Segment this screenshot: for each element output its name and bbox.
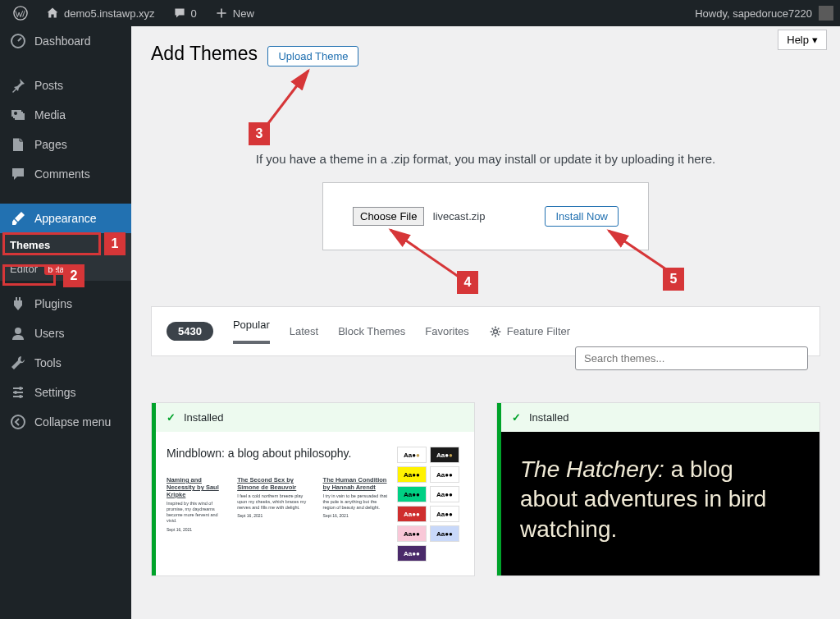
file-name: livecast.zip — [433, 210, 486, 222]
comment-icon — [10, 166, 26, 182]
svg-point-7 — [11, 415, 25, 429]
sidebar-posts[interactable]: Posts — [0, 71, 131, 100]
gear-icon — [489, 325, 502, 338]
search-input[interactable] — [575, 346, 808, 370]
sidebar-item-label: Plugins — [34, 297, 72, 310]
filter-latest[interactable]: Latest — [290, 325, 318, 337]
svg-point-3 — [15, 328, 21, 334]
sidebar-item-label: Comments — [34, 167, 90, 181]
filter-favorites[interactable]: Favorites — [425, 325, 468, 337]
theme-preview-title: The Hatchery: a blog about adventures in… — [497, 432, 819, 567]
comment-icon — [173, 7, 186, 20]
avatar[interactable] — [819, 6, 833, 21]
upload-intro: If you have a theme in a .zip format, yo… — [151, 152, 820, 166]
sidebar-item-label: Media — [34, 108, 66, 122]
brush-icon — [10, 210, 26, 227]
annotation-number: 4 — [457, 271, 478, 294]
install-now-button[interactable]: Install Now — [545, 206, 619, 227]
sidebar-users[interactable]: Users — [0, 319, 131, 348]
wordpress-icon — [13, 6, 28, 21]
svg-point-2 — [14, 112, 17, 115]
theme-preview-title: Mindblown: a blog about philosophy. — [167, 447, 389, 460]
check-icon: ✓ — [167, 411, 176, 424]
sidebar-item-label: Pages — [34, 138, 67, 151]
site-name: demo5.instawp.xyz — [64, 7, 155, 20]
sidebar-plugins[interactable]: Plugins — [0, 289, 131, 319]
themes-row: ✓ Installed Mindblown: a blog about phil… — [151, 402, 820, 576]
check-icon: ✓ — [512, 411, 521, 424]
sidebar-settings[interactable]: Settings — [0, 378, 131, 407]
admin-toolbar: demo5.instawp.xyz 0 New Howdy, sapedoruc… — [0, 0, 840, 26]
page-icon — [10, 136, 26, 153]
admin-sidebar: Dashboard Posts Media Pages Comments App… — [0, 26, 131, 619]
svg-point-4 — [19, 387, 22, 390]
filter-bar: 5430 Popular Latest Block Themes Favorit… — [151, 306, 820, 356]
svg-point-8 — [493, 329, 497, 333]
feature-filter[interactable]: Feature Filter — [489, 325, 570, 338]
pin-icon — [10, 77, 26, 94]
wrench-icon — [10, 355, 26, 371]
sidebar-dashboard[interactable]: Dashboard — [0, 26, 131, 56]
new-link[interactable]: New — [208, 7, 261, 20]
theme-count: 5430 — [167, 322, 213, 341]
user-icon — [10, 325, 26, 342]
sidebar-item-label: Tools — [34, 356, 62, 369]
sidebar-item-label: Users — [34, 327, 65, 340]
installed-badge: ✓ Installed — [152, 403, 474, 432]
new-label: New — [233, 7, 254, 20]
sidebar-item-label: Dashboard — [34, 34, 91, 48]
color-swatches: Aa●●Aa●● Aa●●Aa●● Aa●●Aa●● Aa●●Aa●● Aa●●… — [397, 447, 459, 562]
sidebar-item-label: Appearance — [34, 212, 97, 225]
upload-box: Choose File livecast.zip Install Now — [322, 182, 649, 250]
svg-point-6 — [19, 395, 22, 398]
annotation-number: 2 — [63, 264, 84, 287]
chevron-down-icon: ▾ — [812, 34, 818, 46]
plugin-icon — [10, 296, 26, 312]
site-link[interactable]: demo5.instawp.xyz — [39, 7, 162, 20]
collapse-icon — [10, 414, 26, 430]
sidebar-comments[interactable]: Comments — [0, 159, 131, 189]
sidebar-tools[interactable]: Tools — [0, 348, 131, 378]
annotation-number: 3 — [249, 122, 270, 145]
svg-point-5 — [14, 391, 17, 394]
main-content: Help ▾ Add Themes Upload Theme If you ha… — [131, 26, 840, 619]
wp-logo[interactable] — [7, 6, 34, 21]
home-icon — [46, 7, 59, 20]
howdy-text[interactable]: Howdy, sapedoruce7220 — [695, 7, 812, 20]
comments-count: 0 — [191, 7, 197, 20]
plus-icon — [215, 7, 228, 20]
dashboard-icon — [10, 33, 26, 49]
installed-badge: ✓ Installed — [497, 403, 819, 432]
settings-icon — [10, 384, 26, 401]
sidebar-collapse[interactable]: Collapse menu — [0, 407, 131, 437]
comments-link[interactable]: 0 — [167, 7, 203, 20]
page-title: Add Themes — [151, 43, 258, 65]
sidebar-item-label: Settings — [34, 386, 76, 399]
sidebar-appearance[interactable]: Appearance — [0, 204, 131, 233]
help-button[interactable]: Help ▾ — [778, 30, 827, 50]
sidebar-item-label: Posts — [34, 79, 63, 92]
annotation-number: 1 — [104, 232, 126, 255]
sidebar-media[interactable]: Media — [0, 100, 131, 130]
choose-file-button[interactable]: Choose File — [353, 207, 424, 226]
filter-block[interactable]: Block Themes — [338, 325, 405, 337]
theme-card[interactable]: ✓ Installed Mindblown: a blog about phil… — [151, 402, 475, 576]
sidebar-item-label: Collapse menu — [34, 415, 111, 429]
sidebar-pages[interactable]: Pages — [0, 130, 131, 159]
upload-theme-button[interactable]: Upload Theme — [267, 46, 358, 66]
filter-popular[interactable]: Popular — [233, 319, 270, 344]
annotation-number: 5 — [663, 268, 684, 291]
theme-card[interactable]: ✓ Installed The Hatchery: a blog about a… — [496, 402, 820, 576]
media-icon — [10, 107, 26, 123]
